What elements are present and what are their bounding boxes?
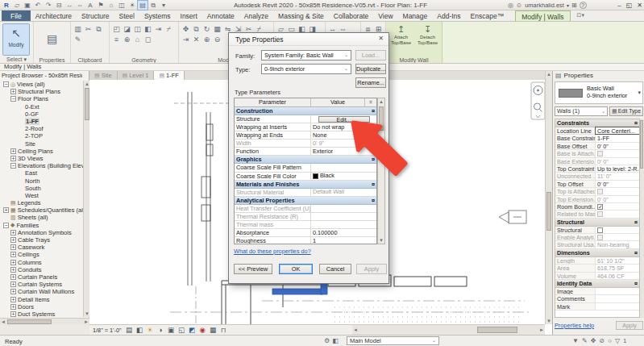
tree-item[interactable]: +Curtain Panels — [0, 273, 83, 281]
param-value[interactable]: 0.100000 — [311, 229, 376, 236]
prop-section-constraints[interactable]: Constraints¤ — [555, 119, 639, 127]
align-geometry-icon[interactable]: ≡ — [111, 35, 122, 45]
tab-file[interactable]: File — [2, 10, 31, 21]
tree-item-label[interactable]: 2-Roof — [25, 125, 44, 132]
tab-systems[interactable]: Systems — [139, 10, 176, 21]
tree-item[interactable]: +Annotation Symbols — [0, 229, 83, 236]
tree-item-label[interactable]: Columns — [18, 259, 42, 266]
cart-icon[interactable]: ⊞ — [571, 2, 577, 9]
view-tab-site[interactable]: ▤Site — [89, 71, 118, 80]
project-browser-title[interactable]: Project Browser - 50x85ft Residence-V... — [2, 72, 82, 79]
delete-icon[interactable]: ✕ — [191, 35, 202, 45]
prop-row-area[interactable]: Area618.75 SF — [555, 265, 639, 272]
minimize-icon[interactable]: – — [617, 2, 621, 9]
tree-item-label[interactable]: Elevations (Building Elevatio — [18, 162, 83, 169]
ok-button[interactable]: OK — [279, 264, 313, 274]
column-value[interactable]: Value — [311, 98, 365, 106]
type-selector-card[interactable]: Basic Wall 0-9inch exterior ▾ — [555, 81, 643, 104]
param-row-width[interactable]: Width0' 9" — [235, 140, 376, 148]
param-row-wrapping-at-ends[interactable]: Wrapping at EndsNone — [235, 131, 376, 140]
tree-item-label[interactable]: West — [25, 192, 39, 199]
column-parameter[interactable]: Parameter — [235, 98, 311, 106]
tab-structure[interactable]: Structure — [77, 10, 114, 21]
modify-tab-options-icon[interactable]: ⊡▾ — [574, 10, 588, 21]
paste-icon[interactable]: ▥ — [73, 24, 83, 35]
param-value[interactable]: Edit... — [311, 115, 376, 123]
section-header-analytical-properties[interactable]: Analytical Properties¤ — [235, 197, 376, 205]
tree-item[interactable]: −Elevations (Building Elevatio — [0, 162, 83, 169]
design-options-icon[interactable]: ◧ — [332, 337, 339, 344]
param-row-coarse-scale-fill-color[interactable]: Coarse Scale Fill ColorBlack — [235, 173, 376, 181]
measure-icon[interactable]: ↔ — [64, 1, 74, 10]
worksets-icon[interactable]: ⚙ — [324, 337, 330, 344]
type-dropdown[interactable]: 0-9inch exterior ⌄ — [261, 64, 351, 74]
tree-item-label[interactable]: 0-Ext — [25, 103, 39, 110]
tree-item[interactable]: +Curtain Systems — [0, 281, 83, 288]
expander-icon[interactable]: + — [10, 244, 16, 250]
tree-item[interactable]: South — [0, 185, 83, 192]
tree-item-label[interactable]: Duct Systems — [18, 311, 55, 317]
param-value[interactable]: 0' 9" — [311, 140, 376, 147]
prop-value[interactable]: 0' 0" — [596, 181, 639, 187]
prop-section-dimensions[interactable]: Dimensions¤ — [555, 249, 639, 257]
tree-item-label[interactable]: North — [25, 177, 39, 185]
attach-top-base-button[interactable]: ↥ Attach Top/Base — [388, 23, 413, 54]
prop-value[interactable] — [596, 188, 639, 194]
tab-analyze[interactable]: Analyze — [239, 10, 273, 21]
tree-item-label[interactable]: Doors — [18, 303, 34, 311]
checkbox-icon[interactable] — [597, 211, 603, 217]
family-dropdown[interactable]: System Family: Basic Wall ⌄ — [261, 50, 351, 60]
expander-icon[interactable]: + — [10, 311, 16, 317]
properties-palette-icon[interactable]: ▤ — [44, 24, 61, 53]
copy-move-icon[interactable]: ⧉ — [191, 24, 202, 35]
expander-icon[interactable]: − — [3, 81, 9, 87]
tab-enscape[interactable]: Enscape™ — [466, 10, 509, 21]
save-icon[interactable]: ▣ — [23, 1, 32, 10]
section-header-graphics[interactable]: Graphics¤ — [235, 156, 376, 164]
panel-label-properties[interactable]: Properties — [34, 57, 70, 63]
tree-item-label[interactable]: East — [25, 169, 37, 177]
properties-help-link[interactable]: Properties help — [555, 322, 594, 329]
param-value[interactable] — [311, 205, 376, 212]
cancel-button[interactable]: Cancel — [319, 264, 351, 274]
tree-item[interactable]: North — [0, 177, 83, 184]
tab-add-ins[interactable]: Add-Ins — [432, 10, 465, 21]
selection-filter-icon[interactable]: ▽ — [615, 337, 620, 344]
tree-item[interactable]: +Duct Systems — [0, 311, 83, 317]
tree-item[interactable]: +Detail Items — [0, 295, 83, 302]
expander-icon[interactable]: + — [10, 274, 16, 280]
tree-item-label[interactable]: 0-GF — [25, 110, 39, 118]
view-properties-icon[interactable]: ▦ — [209, 326, 218, 334]
param-row-thermal-mass[interactable]: Thermal mass — [235, 221, 376, 229]
tab-annotate[interactable]: Annotate — [202, 10, 239, 21]
prop-section-structural[interactable]: Structural¤ — [555, 219, 639, 227]
selection-filter-dropdown[interactable]: Walls (1) ⌄ — [555, 106, 608, 116]
tree-item[interactable]: +Curtain Wall Mullions — [0, 288, 83, 295]
constraints-icon[interactable]: ⊓ — [219, 326, 228, 334]
customize-qat-icon[interactable]: ▾ — [159, 1, 168, 10]
prop-row-base-offset[interactable]: Base Offset0' 0" — [555, 143, 639, 150]
switch-windows-icon[interactable]: ⧉ — [148, 1, 158, 10]
checkbox-icon[interactable] — [597, 204, 603, 210]
prop-value[interactable]: 11' 0" — [596, 173, 639, 179]
tree-item-label[interactable]: 1-FF — [25, 118, 39, 125]
expander-icon[interactable]: + — [10, 304, 16, 310]
prop-row-unconnected[interactable]: Unconnected ...11' 0" — [555, 173, 639, 180]
tree-item-label[interactable]: South — [25, 185, 41, 192]
preview-button[interactable]: << Preview — [234, 264, 272, 274]
expander-icon[interactable]: + — [10, 297, 16, 302]
tree-item[interactable]: +Structural Plans — [0, 88, 83, 95]
pin-element-icon[interactable]: ⊕ — [202, 35, 212, 45]
active-workset-dropdown[interactable]: Main Model ⌄ — [347, 336, 439, 345]
param-value[interactable]: Exterior — [311, 148, 376, 155]
temporary-hide-icon[interactable]: ◩ — [188, 326, 197, 334]
editable-only-icon[interactable]: ✎ — [582, 337, 588, 344]
type-selector-caret-icon[interactable]: ▾ — [638, 90, 641, 96]
tree-item[interactable]: East — [0, 169, 83, 177]
prop-row-top-offset[interactable]: Top Offset0' 0" — [555, 181, 639, 188]
prop-row-room-boundi[interactable]: Room Boundi... — [555, 203, 639, 211]
tree-item-label[interactable]: Floor Plans — [18, 95, 48, 102]
revit-logo-icon[interactable]: R — [2, 1, 11, 10]
detach-top-base-button[interactable]: ↧ Detach Top/Base — [415, 23, 440, 54]
tab-view[interactable]: View — [373, 10, 397, 21]
